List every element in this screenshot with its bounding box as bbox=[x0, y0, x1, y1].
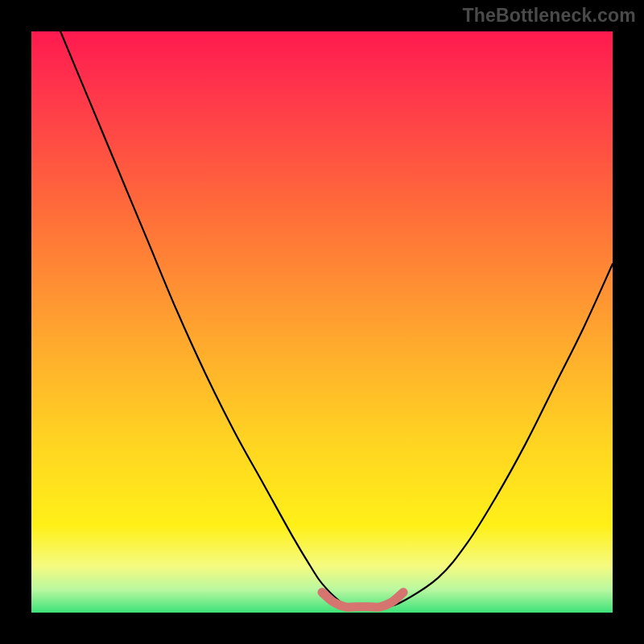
bottleneck-curve bbox=[60, 31, 613, 607]
chart-svg bbox=[31, 31, 613, 613]
chart-frame: TheBottleneck.com bbox=[0, 0, 644, 644]
plot-area bbox=[31, 31, 613, 613]
watermark-label: TheBottleneck.com bbox=[462, 5, 636, 27]
highlight-band bbox=[322, 592, 403, 608]
